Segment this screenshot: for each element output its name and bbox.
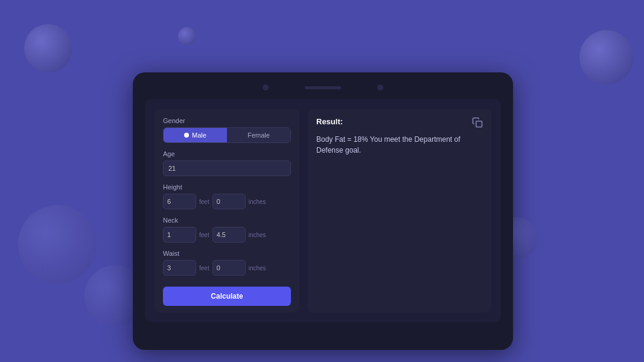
tablet-device: Gender Male Female Age Height	[133, 72, 513, 350]
height-fi-row: feet inches	[163, 194, 291, 209]
height-group: Height feet inches	[163, 183, 291, 209]
result-panel: Result: Body Fat = 18% You meet the Depa…	[308, 109, 491, 313]
age-group: Age	[163, 150, 291, 176]
neck-group: Neck feet inches	[163, 217, 291, 243]
age-label: Age	[163, 150, 291, 157]
svg-rect-0	[476, 121, 482, 127]
waist-label: Waist	[163, 250, 291, 257]
calculate-button[interactable]: Calculate	[163, 287, 291, 306]
neck-inches-input[interactable]	[212, 227, 246, 243]
form-panel: Gender Male Female Age Height	[155, 109, 299, 313]
neck-label: Neck	[163, 217, 291, 224]
tablet-speaker	[305, 86, 341, 89]
height-inches-label: inches	[249, 198, 266, 205]
gender-female[interactable]: Female	[227, 128, 290, 142]
neck-feet-input[interactable]	[163, 227, 196, 243]
gender-toggle: Male Female	[163, 127, 291, 143]
gender-male[interactable]: Male	[164, 128, 227, 142]
height-label: Height	[163, 183, 291, 191]
bg-circle-3	[579, 30, 634, 84]
copy-icon[interactable]	[472, 117, 483, 128]
height-inches-input[interactable]	[212, 194, 246, 209]
bg-circle-4	[18, 205, 97, 284]
height-feet-label: feet	[199, 198, 209, 205]
gender-label: Gender	[163, 117, 291, 124]
height-feet-input[interactable]	[163, 194, 196, 209]
radio-dot	[184, 133, 189, 138]
result-title: Result:	[316, 117, 343, 126]
bg-circle-1	[24, 24, 72, 72]
tablet-camera	[263, 84, 269, 91]
result-text: Body Fat = 18% You meet the Department o…	[316, 134, 483, 156]
waist-group: Waist feet inches	[163, 250, 291, 276]
gender-male-label: Male	[192, 132, 206, 139]
tablet-camera-right	[377, 84, 383, 91]
age-input[interactable]	[163, 160, 291, 176]
waist-inches-label: inches	[249, 265, 266, 272]
neck-feet-label: feet	[199, 232, 209, 238]
gender-group: Gender Male Female	[163, 117, 291, 143]
bg-circle-2	[178, 27, 196, 45]
waist-feet-input[interactable]	[163, 260, 196, 276]
neck-inches-label: inches	[249, 232, 266, 238]
waist-inches-input[interactable]	[212, 260, 246, 276]
waist-fi-row: feet inches	[163, 260, 291, 276]
waist-feet-label: feet	[199, 265, 209, 272]
neck-fi-row: feet inches	[163, 227, 291, 243]
gender-female-label: Female	[247, 132, 270, 139]
